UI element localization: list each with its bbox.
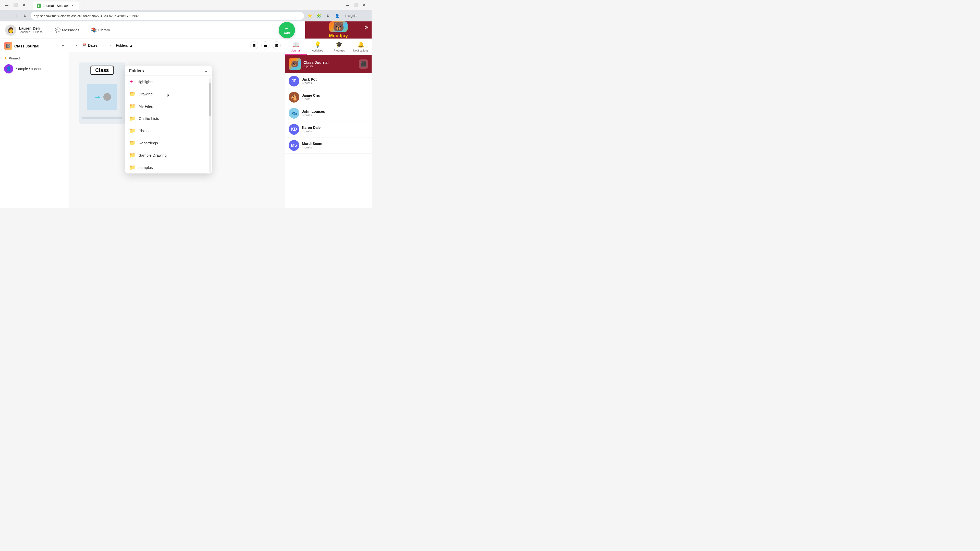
folder-item-samples[interactable]: 📁 samples [125, 161, 212, 173]
moodjoy-avatar: 🐻 [329, 21, 348, 32]
tab-progress[interactable]: 🎓 Progress [328, 39, 350, 55]
prev-button[interactable]: ‹ [73, 42, 80, 49]
folder-item-sampledrawing[interactable]: 📁 Sample Drawing [125, 149, 212, 161]
folders-dropdown-chevron[interactable]: ▲ [204, 69, 208, 73]
dates-label: Dates [88, 43, 97, 48]
active-tab[interactable]: S Journal - Seesaw ✕ [33, 2, 79, 10]
list-view-button[interactable]: ☰ [261, 41, 269, 49]
class-journal-banner[interactable]: 🐻 Class Journal 8 posts ⬛ [285, 55, 372, 73]
student-posts-jack: 6 posts [302, 81, 368, 85]
new-tab-button[interactable]: + [80, 3, 87, 10]
folders-dropdown-title: Folders [129, 68, 144, 73]
right-panel: 📖 Journal 💡 Activities 🎓 Progress 🔔 Noti… [285, 39, 372, 208]
banner-info: Class Journal 8 posts [304, 60, 356, 68]
menu-button[interactable]: ⋮ [361, 12, 369, 19]
profile-button[interactable]: 👤 [334, 12, 341, 19]
tab-journal[interactable]: 📖 Journal [285, 39, 307, 55]
pinned-section: ★ Pinned 👤 Sample Student [0, 53, 68, 79]
banner-menu-button[interactable]: ⬛ [359, 59, 368, 68]
folder-label-samples: samples [138, 165, 153, 170]
student-info-jamie: Jamie Cris 1 post [302, 94, 368, 101]
folder-icon-recordings: 📁 [129, 140, 135, 146]
folders-list: ✦ Highlights 📁 Drawing 📁 My Files [125, 76, 212, 173]
restore-button[interactable]: ⬜ [12, 2, 19, 9]
add-button[interactable]: + Add [279, 22, 295, 38]
folder-icon-drawing: 📁 [129, 91, 135, 97]
post-preview: Class → [79, 62, 125, 124]
sample-student-item[interactable]: 👤 Sample Student [4, 62, 65, 76]
minimize-button[interactable]: — [3, 2, 10, 9]
progress-tab-label: Progress [334, 49, 345, 52]
content-area: Folders ▲ ✦ Highlights 📁 Drawing [69, 52, 285, 208]
grid-view-button[interactable]: ⊞ [272, 41, 281, 49]
library-icon: 📚 [91, 27, 97, 33]
student-info-karen: Karen Dale 4 posts [302, 125, 368, 133]
refresh-button[interactable]: ↻ [21, 12, 29, 19]
messages-label: Messages [62, 28, 80, 32]
filter-button[interactable]: ⊟ [250, 41, 258, 49]
post-image: → [87, 84, 118, 110]
student-name-mordi: Mordi Seem [302, 141, 368, 146]
bookmark-button[interactable]: ⭐ [306, 12, 313, 19]
dates-button[interactable]: 📅 Dates [82, 43, 97, 48]
folders-button[interactable]: Folders ▲ [116, 43, 133, 48]
student-row-karen[interactable]: KD Karen Dale 4 posts [285, 121, 372, 138]
user-avatar[interactable]: 👩 [5, 24, 16, 36]
folder-item-highlights[interactable]: ✦ Highlights [125, 76, 212, 88]
tab-notifications[interactable]: 🔔 Notifications [350, 39, 372, 55]
folder-icon-onthelists: 📁 [129, 115, 135, 121]
folder-icon-samples: 📁 [129, 164, 135, 170]
folder-label-highlights: Highlights [137, 79, 153, 84]
tab-activities[interactable]: 💡 Activities [307, 39, 328, 55]
dropdown-chevron-icon: ▼ [62, 44, 65, 48]
browser-close[interactable]: ✕ [360, 2, 368, 9]
user-role: Teacher · 1 Class [19, 30, 43, 34]
student-avatar-mordi: MS [289, 140, 299, 151]
folder-label-photos: Photos [138, 129, 151, 133]
extensions-button[interactable]: 🧩 [315, 12, 322, 19]
student-row-john[interactable]: 🐟 John Louises 5 posts [285, 105, 372, 121]
folder-item-onthelists[interactable]: 📁 On the Lists [125, 112, 212, 124]
downloads-button[interactable]: ⬇ [325, 12, 331, 19]
calendar-icon: 📅 [82, 43, 86, 48]
tab-label: Journal - Seesaw [43, 4, 68, 8]
folder-item-recordings[interactable]: 📁 Recordings [125, 137, 212, 149]
progress-tab-icon: 🎓 [336, 41, 342, 48]
banner-avatar: 🐻 [289, 58, 301, 70]
tab-close-button[interactable]: ✕ [70, 3, 75, 8]
pinned-label: ★ Pinned [4, 56, 65, 60]
student-name-john: John Louises [302, 110, 368, 114]
back-button[interactable]: ← [3, 12, 10, 19]
folder-item-photos[interactable]: 📁 Photos [125, 124, 212, 137]
browser-titlebar: — ⬜ ✕ S Journal - Seesaw ✕ + — ⬜ ✕ [0, 0, 372, 10]
address-bar[interactable]: app.seesaw.me/#/class/class.e01bf4c2-9a2… [30, 12, 304, 20]
student-posts-mordi: 4 posts [302, 146, 368, 149]
folder-label-onthelists: On the Lists [138, 116, 159, 121]
arrow-icon: → [93, 92, 101, 102]
close-button[interactable]: ✕ [21, 2, 27, 9]
folder-icon-photos: 📁 [129, 127, 135, 134]
student-name-karen: Karen Dale [302, 125, 368, 130]
moodjoy-label: Moodjoy [329, 33, 348, 38]
toolbar-arrow-icon: › [110, 43, 111, 48]
student-row-jamie[interactable]: 🐴 Jamie Cris 1 post [285, 89, 372, 105]
student-row-mordi[interactable]: MS Mordi Seem 4 posts [285, 138, 372, 154]
banner-subtitle: 8 posts [304, 65, 356, 68]
activities-tab-icon: 💡 [314, 41, 321, 48]
student-row-jack[interactable]: JP Jack Pot 6 posts [285, 73, 372, 89]
url-text: app.seesaw.me/#/class/class.e01bf4c2-9a2… [34, 14, 139, 18]
folder-item-myfiles[interactable]: 📁 My Files [125, 100, 212, 112]
forward-button[interactable]: → [12, 12, 19, 19]
messages-nav-item[interactable]: 💬 Messages [53, 26, 81, 34]
folder-item-drawing[interactable]: 📁 Drawing [125, 88, 212, 100]
window-controls: — ⬜ ✕ [3, 2, 27, 9]
app: 👩 Lauren Deli Teacher · 1 Class 💬 Messag… [0, 21, 372, 208]
library-nav-item[interactable]: 📚 Library [89, 26, 112, 34]
settings-icon[interactable]: ⚙ [364, 24, 369, 30]
class-journal-header[interactable]: 📓 Class Journal ▼ [0, 39, 68, 53]
moodjoy-panel[interactable]: 🐻 Moodjoy ⚙ [305, 21, 372, 38]
browser-restore[interactable]: ⬜ [352, 2, 360, 9]
browser-minimize[interactable]: — [344, 2, 351, 9]
next-button[interactable]: › [100, 42, 107, 49]
student-avatar-jack: JP [289, 76, 299, 86]
